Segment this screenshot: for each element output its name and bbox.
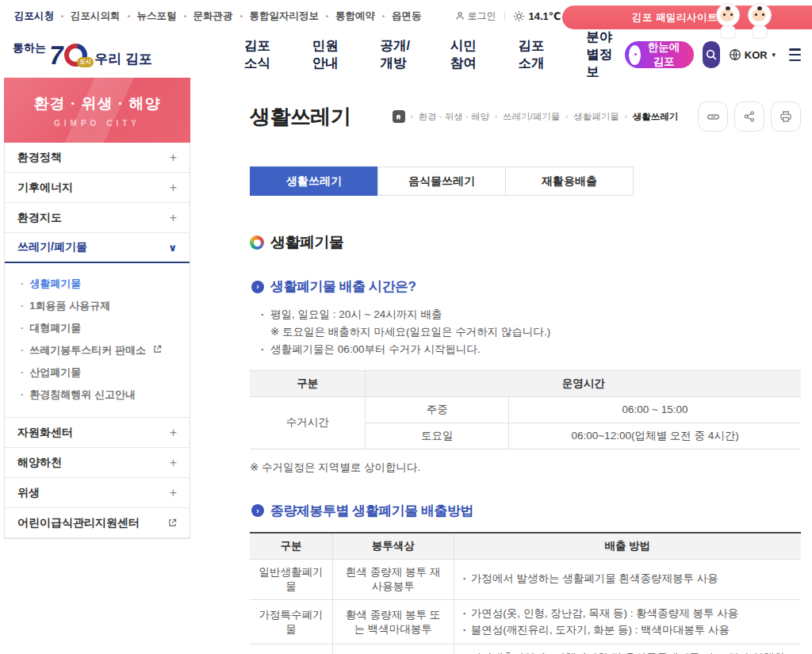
topbar-link-1[interactable]: 김포시의회 — [71, 10, 121, 23]
logo-swirl-icon: 도시 — [64, 44, 87, 67]
gnb-menu-item-5[interactable]: 분야별정보 — [586, 29, 624, 81]
sidebar-submenu-item[interactable]: ·산업폐기물 — [21, 361, 183, 384]
sidebar-menu: 환경정책+기후에너지+환경지도+쓰레기/폐기물∨·생활폐기물·1회용품 사용규제… — [4, 143, 190, 539]
hamburger-menu-icon[interactable] — [789, 48, 801, 61]
bullet-icon: · — [21, 388, 24, 400]
sidebar-submenu-item[interactable]: ·쓰레기봉투스티커 판매소 — [21, 339, 183, 361]
caret-down-icon: ▼ — [771, 52, 777, 59]
logo-suffix: 우리 김포 — [94, 50, 152, 68]
section-ring-icon — [250, 235, 264, 250]
bullet-icon: · — [21, 277, 24, 289]
divider — [504, 11, 505, 21]
subsection-1-title: 생활폐기물 배출 시간은? — [270, 277, 416, 296]
table-row: 가정특수폐기물황색 종량제 봉투 또는 백색마대봉투가연성(옷, 인형, 장난감… — [250, 599, 801, 644]
sidebar-title: 환경 · 위생 · 해양 — [4, 94, 190, 114]
copy-link-button[interactable] — [698, 101, 728, 132]
logo-badge: 도시 — [77, 57, 94, 67]
sidebar-item-label: 자원화센터 — [17, 426, 73, 440]
breadcrumb-item[interactable]: 생활쓰레기 — [633, 111, 679, 123]
section-title: 생활폐기물 — [270, 232, 344, 253]
sidebar-submenu-label: 대형폐기물 — [29, 321, 81, 335]
table-1-note: ※ 수거일정은 지역별로 상이합니다. — [250, 461, 801, 475]
column-header: 봉투색상 — [332, 533, 454, 560]
print-button[interactable] — [771, 101, 801, 132]
home-icon[interactable] — [393, 110, 405, 123]
glance-gimpo-button[interactable]: 한눈에 김포 — [625, 41, 694, 68]
bullet-icon: · — [21, 366, 24, 378]
main-nav: 김포소식민원안내공개/개방시민참여김포소개분야별정보 — [244, 29, 625, 81]
topbar-link-0[interactable]: 김포시청 — [14, 10, 54, 23]
section-header: 생활폐기물 — [250, 232, 801, 253]
share-button[interactable] — [734, 101, 764, 132]
sidebar-item[interactable]: 해양하천+ — [5, 448, 190, 478]
sidebar-item[interactable]: 어린이급식관리지원센터 — [5, 508, 190, 538]
sidebar-item[interactable]: 위생+ — [5, 478, 190, 508]
method-line: 가정에서 발생하는 생활폐기물 흰색종량제봉투 사용 — [462, 571, 793, 587]
sidebar-item[interactable]: 환경정책+ — [5, 143, 190, 173]
gnb-menu-item-4[interactable]: 김포소개 — [519, 37, 550, 72]
page-actions — [698, 101, 801, 132]
link-icon — [707, 110, 720, 124]
sidebar-item[interactable]: 자원화센터+ — [5, 418, 190, 448]
sidebar-item[interactable]: 기후에너지+ — [5, 173, 190, 203]
bullet-icon: · — [21, 322, 24, 334]
tab-1[interactable]: 음식물쓰레기 — [377, 166, 506, 196]
topbar-link-6[interactable]: 읍면동 — [392, 10, 422, 23]
sidebar-item[interactable]: 쓰레기/폐기물∨ — [5, 233, 190, 263]
gnb-menu-item-2[interactable]: 공개/개방 — [380, 37, 412, 72]
sidebar-item-label: 쓰레기/폐기물 — [17, 240, 87, 254]
method-line: 가연성(옷, 인형, 장난감, 목재 등) : 황색종량제 봉투 사용 — [462, 606, 793, 622]
plus-icon: + — [170, 486, 177, 500]
sidebar-item-label: 해양하천 — [17, 456, 62, 470]
breadcrumb-separator: › — [411, 113, 413, 120]
breadcrumb-separator: › — [565, 113, 568, 120]
logo-number: 7 — [48, 42, 66, 68]
bullet-icon: · — [21, 344, 24, 356]
breadcrumb-item[interactable]: 쓰레기/폐기물 — [503, 111, 560, 123]
mascot-girl — [747, 3, 772, 39]
sidebar-submenu-item[interactable]: ·대형폐기물 — [21, 317, 183, 339]
chevron-down-icon: ∨ — [168, 242, 177, 254]
mascot-boy — [715, 3, 741, 39]
site-logo[interactable]: 통하는 7 도시 우리 김포 — [13, 42, 225, 68]
table-row: 수거시간주중06:00 ~ 15:00 — [250, 396, 801, 423]
plus-icon: + — [170, 426, 177, 440]
mascot-characters — [715, 3, 772, 39]
gnb-menu-item-0[interactable]: 김포소식 — [244, 37, 275, 72]
column-header: 배출 방법 — [454, 533, 801, 560]
separator-dot — [240, 15, 243, 17]
gnb-menu-item-1[interactable]: 민원안내 — [312, 37, 343, 72]
breadcrumb-item[interactable]: 환경 · 위생 · 해양 — [419, 111, 489, 123]
bag-color-cell: 흰색 종량제 봉투 재사용봉투 — [332, 559, 454, 599]
tab-0[interactable]: 생활쓰레기 — [250, 166, 378, 196]
login-link[interactable]: 로그인 — [455, 10, 496, 23]
bag-type-table: 구분봉투색상배출 방법 일반생활폐기물흰색 종량제 봉투 재사용봉투가정에서 발… — [250, 532, 801, 654]
family-site-label: 김포 패밀리사이트 — [632, 11, 718, 25]
column-header: 운영시간 — [366, 370, 801, 396]
method-cell: 가연성(옷, 인형, 장난감, 목재 등) : 황색종량제 봉투 사용불연성(깨… — [454, 599, 801, 644]
sidebar-submenu-item[interactable]: ·생활폐기물 — [21, 273, 183, 295]
person-icon — [455, 11, 465, 21]
search-button[interactable] — [703, 41, 720, 68]
gnb-menu-item-3[interactable]: 시민참여 — [450, 37, 481, 72]
column-header: 구분 — [250, 533, 332, 560]
sidebar-item[interactable]: 환경지도+ — [5, 203, 190, 233]
separator-dot — [128, 15, 130, 17]
sidebar-submenu-item[interactable]: ·환경침해행위 신고안내 — [21, 384, 183, 406]
weather-widget: 14.1℃ — [513, 10, 561, 22]
family-site-banner[interactable]: 김포 패밀리사이트 — [562, 6, 812, 29]
topbar-link-4[interactable]: 통합일자리정보 — [250, 10, 320, 23]
tab-2[interactable]: 재활용배출 — [505, 166, 634, 196]
arrow-circle-icon: › — [251, 504, 264, 517]
topbar-link-2[interactable]: 뉴스포털 — [137, 10, 177, 23]
row-label-cell: 수거시간 — [250, 396, 366, 449]
breadcrumb-item[interactable]: 생활폐기물 — [573, 111, 619, 123]
language-selector[interactable]: KOR ▼ — [729, 48, 777, 61]
sidebar-submenu-item[interactable]: ·1회용품 사용규제 — [21, 295, 183, 317]
waste-type-cell: 음식물류폐기물 — [250, 644, 332, 654]
method-line: 다량배출사업장 : 자체감량화 및 음식물류폐기물 신고(허가)업체와 위탁처리… — [462, 650, 793, 654]
sidebar: 환경 · 위생 · 해양 GIMPO CITY 환경정책+기후에너지+환경지도+… — [4, 78, 190, 539]
topbar-link-5[interactable]: 통합예약 — [335, 10, 375, 23]
collection-time-table: 구분운영시간 수거시간주중06:00 ~ 15:00토요일06:00~12:00… — [250, 370, 801, 449]
topbar-link-3[interactable]: 문화관광 — [193, 10, 233, 23]
